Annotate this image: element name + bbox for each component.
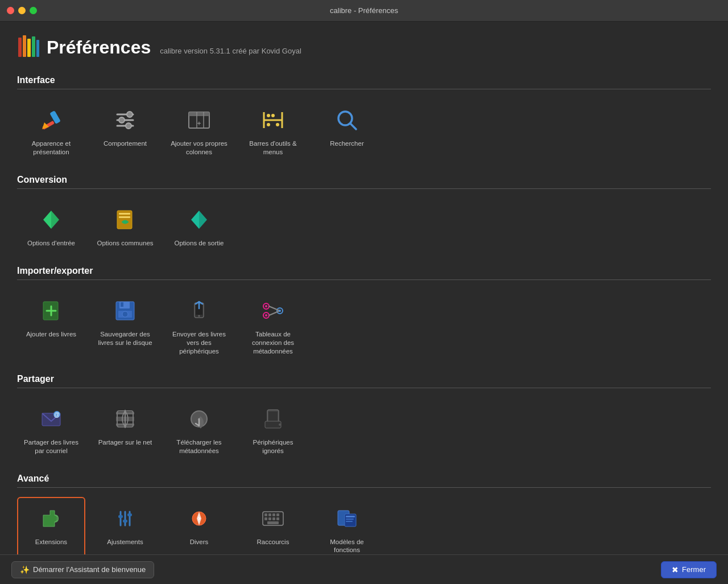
section-divider-conversion — [17, 188, 711, 189]
pref-item-common[interactable]: Options communes — [91, 198, 159, 254]
close-btn-label: Fermer — [682, 565, 706, 574]
svg-rect-91 — [346, 521, 353, 522]
pref-item-columns[interactable]: + Ajouter vos propres colonnes — [165, 98, 233, 163]
ignored-devices-label: Périphériques ignorés — [245, 438, 301, 455]
search-icon — [332, 105, 362, 135]
pref-item-ignored-devices[interactable]: Périphériques ignorés — [239, 397, 307, 462]
maximize-button[interactable] — [30, 7, 37, 14]
svg-point-11 — [119, 117, 125, 123]
pref-item-email[interactable]: @ Partager des livres par courriel — [17, 397, 85, 462]
traffic-lights — [7, 7, 37, 14]
svg-text:›: › — [198, 513, 201, 523]
wand-icon: ✨ — [20, 565, 30, 574]
pref-item-appearance[interactable]: Apparence et présentation — [17, 98, 85, 163]
svg-rect-73 — [127, 513, 132, 516]
svg-rect-71 — [118, 515, 123, 518]
appearance-label: Apparence et présentation — [23, 139, 80, 157]
svg-point-51 — [265, 305, 267, 307]
pref-item-misc[interactable]: › Divers — [165, 497, 233, 555]
svg-rect-82 — [264, 517, 267, 520]
pref-item-search[interactable]: Rechercher — [313, 98, 381, 163]
svg-rect-79 — [268, 513, 271, 516]
svg-rect-15 — [189, 112, 209, 116]
pref-item-behavior[interactable]: Comportement — [91, 98, 159, 163]
page-header: Préférences calibre version 5.31.1 créé … — [17, 33, 711, 61]
section-title-sharing: Partager — [17, 374, 711, 384]
svg-rect-89 — [346, 516, 355, 517]
search-label: Rechercher — [330, 139, 363, 148]
close-preferences-button[interactable]: ✖ Fermer — [661, 561, 717, 578]
svg-rect-80 — [272, 513, 275, 516]
email-icon: @ — [36, 404, 66, 434]
section-sharing: Partager @ Partager des livres par courr… — [17, 374, 711, 462]
svg-line-27 — [350, 124, 356, 129]
tweaks-label: Ajustements — [107, 538, 143, 546]
behavior-label: Comportement — [104, 139, 147, 148]
pref-item-extensions[interactable]: Extensions — [17, 497, 85, 555]
shortcuts-icon — [258, 504, 288, 533]
svg-point-53 — [279, 310, 281, 312]
misc-label: Divers — [190, 538, 209, 546]
section-title-advanced: Avancé — [17, 474, 711, 484]
pref-item-toolbars[interactable]: Barres d'outils & menus — [239, 98, 307, 163]
section-conversion: Conversion Options d'entrée Options comm… — [17, 175, 711, 254]
templates-label: Modèles de fonctions — [318, 538, 375, 555]
svg-rect-86 — [267, 521, 279, 524]
extensions-icon — [36, 504, 66, 533]
columns-icon: + — [184, 105, 214, 135]
pref-item-input[interactable]: Options d'entrée — [17, 198, 85, 254]
save-disk-label: Sauvegarder des livres sur le disque — [97, 330, 154, 347]
main-content: Préférences calibre version 5.31.1 créé … — [0, 22, 728, 554]
calibre-logo-icon — [17, 33, 40, 61]
svg-rect-66 — [265, 421, 281, 428]
section-title-conversion: Conversion — [17, 175, 711, 185]
fetch-metadata-icon — [184, 404, 214, 434]
pref-item-templates[interactable]: Modèles de fonctions — [313, 497, 381, 555]
svg-text:@: @ — [54, 412, 60, 418]
svg-rect-40 — [121, 302, 123, 307]
section-items-conversion: Options d'entrée Options communes Option… — [17, 198, 711, 254]
svg-point-10 — [127, 112, 133, 117]
pref-item-save-disk[interactable]: Sauvegarder des livres sur le disque — [91, 289, 159, 363]
svg-rect-72 — [123, 520, 127, 523]
add-books-icon — [36, 296, 66, 326]
misc-icon: › — [184, 504, 214, 533]
section-items-import-export: Ajouter des livres Sauvegarder des livre… — [17, 289, 711, 363]
svg-point-52 — [265, 314, 267, 316]
section-interface: Interface Apparence et présentation Comp… — [17, 75, 711, 163]
pref-item-fetch-metadata[interactable]: Télécharger les métadonnées — [165, 397, 233, 462]
pref-item-output[interactable]: Options de sortie — [165, 198, 233, 254]
send-devices-label: Envoyer des livres vers des périphérique… — [171, 330, 228, 356]
welcome-assistant-button[interactable]: ✨ Démarrer l'Assistant de bienvenue — [11, 561, 154, 578]
section-divider-sharing — [17, 388, 711, 388]
templates-icon — [332, 504, 362, 533]
save-disk-icon — [110, 296, 140, 326]
svg-rect-4 — [36, 40, 39, 57]
svg-rect-1 — [23, 35, 26, 57]
minimize-button[interactable] — [18, 7, 26, 14]
pref-item-send-devices[interactable]: Envoyer des livres vers des périphérique… — [165, 289, 233, 363]
output-label: Options de sortie — [175, 239, 224, 248]
output-icon — [184, 205, 214, 235]
welcome-btn-label: Démarrer l'Assistant de bienvenue — [33, 565, 146, 574]
section-items-interface: Apparence et présentation Comportement +… — [17, 98, 711, 163]
pref-item-metadata-plugboards[interactable]: Tableaux de connexion des métadonnées — [239, 289, 307, 363]
section-title-import-export: Importer/exporter — [17, 266, 711, 276]
pref-item-share-net[interactable]: Partager sur le net — [91, 397, 159, 462]
footer: ✨ Démarrer l'Assistant de bienvenue ✖ Fe… — [0, 554, 728, 584]
page-header-text: Préférences calibre version 5.31.1 créé … — [47, 37, 301, 58]
section-divider-advanced — [17, 487, 711, 488]
section-items-advanced: Extensions Ajustements › Divers — [17, 497, 711, 555]
svg-rect-81 — [276, 513, 279, 516]
svg-rect-90 — [346, 519, 354, 520]
close-button[interactable] — [7, 7, 14, 14]
common-label: Options communes — [97, 239, 153, 248]
pref-item-tweaks[interactable]: Ajustements — [91, 497, 159, 555]
section-import-export: Importer/exporter Ajouter des livres Sau… — [17, 266, 711, 363]
svg-marker-34 — [199, 211, 207, 229]
svg-point-23 — [271, 114, 275, 117]
pref-item-shortcuts[interactable]: Raccourcis — [239, 497, 307, 555]
input-icon — [36, 205, 66, 235]
appearance-icon — [36, 105, 66, 135]
pref-item-add-books[interactable]: Ajouter des livres — [17, 289, 85, 363]
